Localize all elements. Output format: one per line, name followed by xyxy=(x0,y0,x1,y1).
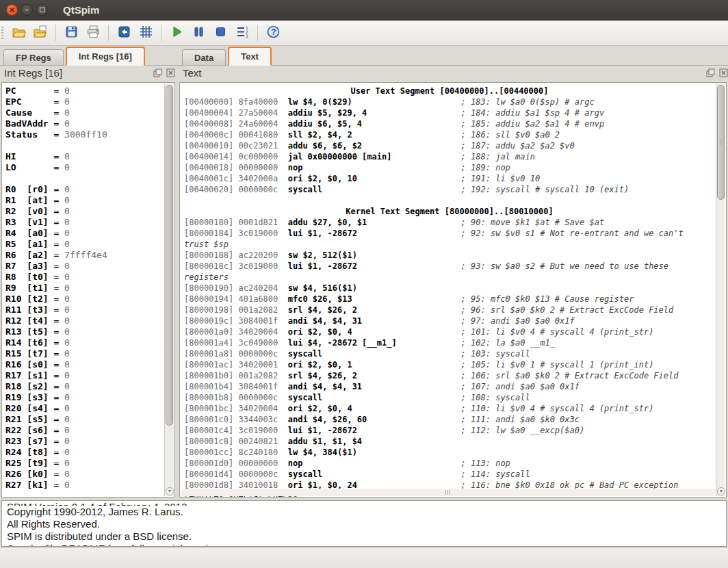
register-name: R7 [a3] xyxy=(5,261,53,271)
blank-line xyxy=(184,195,715,206)
code-line: [800001cc] 8c240180 lw $4, 384($1) xyxy=(184,447,715,458)
register-value: 0 xyxy=(64,86,70,96)
address-and-hex: [800001b0] 001a2082 xyxy=(184,371,288,380)
text-dock-title: Text xyxy=(183,67,202,81)
tab-text[interactable]: Text xyxy=(228,47,272,66)
numbered-list-icon: 123 xyxy=(235,25,250,42)
scroll-down-arrow-icon[interactable]: ▾ xyxy=(166,487,174,495)
tab-fp-regs[interactable]: FP Regs xyxy=(3,49,64,66)
segment-header: Kernel Text Segment [80000000]..[8001000… xyxy=(184,206,715,217)
open-folder-page-icon xyxy=(34,25,48,42)
comment-wrap-line: trust $sp xyxy=(184,239,715,250)
code-line: [80000184] 3c019000 lui $1, -28672 ; 92:… xyxy=(184,228,715,239)
reinitialize-button[interactable] xyxy=(113,23,135,43)
pause-icon xyxy=(192,25,206,42)
register-value: 0 xyxy=(64,261,70,271)
register-value: 0 xyxy=(64,315,70,326)
code-line: [80000180] 0001d821 addu $27, $0, $1 ; 9… xyxy=(184,217,715,228)
text-vertical-scrollbar[interactable]: ▾ xyxy=(716,83,725,496)
equals-sign: = xyxy=(53,315,64,326)
minimize-icon[interactable]: − xyxy=(21,4,33,16)
instruction: syscall xyxy=(288,469,323,479)
titlebar[interactable]: ✕ − QtSpim xyxy=(0,0,728,21)
stop-button[interactable] xyxy=(209,23,231,43)
save-log-button[interactable] xyxy=(60,23,82,43)
register-row: R9 [t1] = 0 xyxy=(5,283,164,294)
register-name: R8 [t0] xyxy=(5,272,53,282)
equals-sign: = xyxy=(53,272,64,282)
register-name: R2 [v0] xyxy=(5,206,53,216)
code-line: [800001b8] 0000000c syscall ; 108: sysca… xyxy=(184,392,715,403)
instruction: ori $2, $0, 10 xyxy=(288,174,357,183)
register-row: Cause = 0 xyxy=(5,107,164,118)
blank-row xyxy=(5,140,164,151)
address-and-hex: [800001c0] 3344003c xyxy=(184,415,288,424)
register-value: 0 xyxy=(64,239,70,249)
equals-sign: = xyxy=(53,96,64,107)
memory-grid-button[interactable] xyxy=(135,23,157,43)
register-name: R12 [t4] xyxy=(5,315,53,326)
source-comment: ; 108: syscall xyxy=(461,393,530,402)
load-file-button[interactable] xyxy=(8,23,29,43)
register-value: 0 xyxy=(64,425,70,435)
register-row: R10 [t2] = 0 xyxy=(5,294,164,305)
message-line: All Rights Reserved. xyxy=(7,518,721,530)
register-value: 0 xyxy=(64,359,70,370)
register-name: R17 [s1] xyxy=(5,370,53,380)
code-line: [00400018] 00000000 nop ; 189: nop xyxy=(184,162,715,173)
grid-icon xyxy=(139,25,153,42)
equals-sign: = xyxy=(53,294,64,304)
register-value: 0 xyxy=(64,96,70,107)
single-step-button[interactable]: 123 xyxy=(231,23,253,43)
register-value: 0 xyxy=(64,392,70,402)
code-line: [80000188] ac220200 sw $2, 512($1) xyxy=(184,250,715,261)
close-icon[interactable] xyxy=(166,68,175,77)
tab-int-regs-16[interactable]: Int Regs [16] xyxy=(66,47,145,66)
source-comment: ; 191: li $v0 10 xyxy=(461,174,541,183)
equals-sign: = xyxy=(53,436,64,446)
registers-vertical-scrollbar[interactable]: ▾ xyxy=(164,83,174,496)
maximize-icon[interactable] xyxy=(36,4,48,16)
source-comment: ; 192: syscall # syscall 10 (exit) xyxy=(461,185,629,194)
scrollbar-thumb[interactable] xyxy=(717,85,725,200)
scrollbar-thumb[interactable] xyxy=(166,85,173,426)
help-button[interactable]: ? xyxy=(262,23,284,43)
source-comment: ; 101: li $v0 4 # syscall 4 (print_str) xyxy=(461,327,654,337)
close-icon[interactable]: ✕ xyxy=(6,4,18,16)
pause-button[interactable] xyxy=(187,23,209,43)
register-name: BadVAddr xyxy=(5,118,53,129)
float-icon[interactable] xyxy=(153,68,162,77)
register-value: 0 xyxy=(64,381,70,391)
float-icon[interactable] xyxy=(706,68,715,77)
register-name: R15 [t7] xyxy=(5,348,53,359)
instruction: ori $2, $0, 1 xyxy=(288,360,352,370)
register-row: Status = 3000ff10 xyxy=(5,129,164,140)
register-row: R5 [a1] = 0 xyxy=(5,239,164,250)
run-button[interactable] xyxy=(166,23,187,43)
address-and-hex: [0040000c] 00041080 xyxy=(184,130,288,140)
instruction: lui $1, -28672 xyxy=(288,229,357,238)
play-icon xyxy=(170,25,184,42)
toolbar-grip[interactable] xyxy=(1,27,3,39)
address-and-hex: [800001cc] 8c240180 xyxy=(184,448,288,457)
reinitialize-and-load-file-button[interactable] xyxy=(29,23,51,43)
equals-sign: = xyxy=(53,261,64,271)
register-name: PC xyxy=(5,86,53,96)
register-name: R23 [s7] xyxy=(5,436,53,446)
equals-sign: = xyxy=(53,239,64,249)
close-icon[interactable] xyxy=(719,68,728,77)
print-button[interactable] xyxy=(82,23,104,43)
register-value: 0 xyxy=(64,458,70,468)
svg-text:3: 3 xyxy=(246,34,248,38)
source-comment: ; 105: li $v0 1 # syscall 1 (print_int) xyxy=(461,360,654,370)
register-row: R16 [s0] = 0 xyxy=(5,359,164,370)
equals-sign: = xyxy=(53,151,64,162)
scroll-down-arrow-icon[interactable]: ▾ xyxy=(717,487,725,495)
register-value: 0 xyxy=(64,348,70,359)
instruction: lw $4, 384($1) xyxy=(288,448,357,457)
text-horizontal-scrollbar[interactable] xyxy=(181,489,715,496)
register-row: R4 [a0] = 0 xyxy=(5,228,164,239)
blank-row xyxy=(5,173,164,184)
instruction: addu $6, $6, $2 xyxy=(288,141,362,151)
tab-data[interactable]: Data xyxy=(182,49,226,66)
